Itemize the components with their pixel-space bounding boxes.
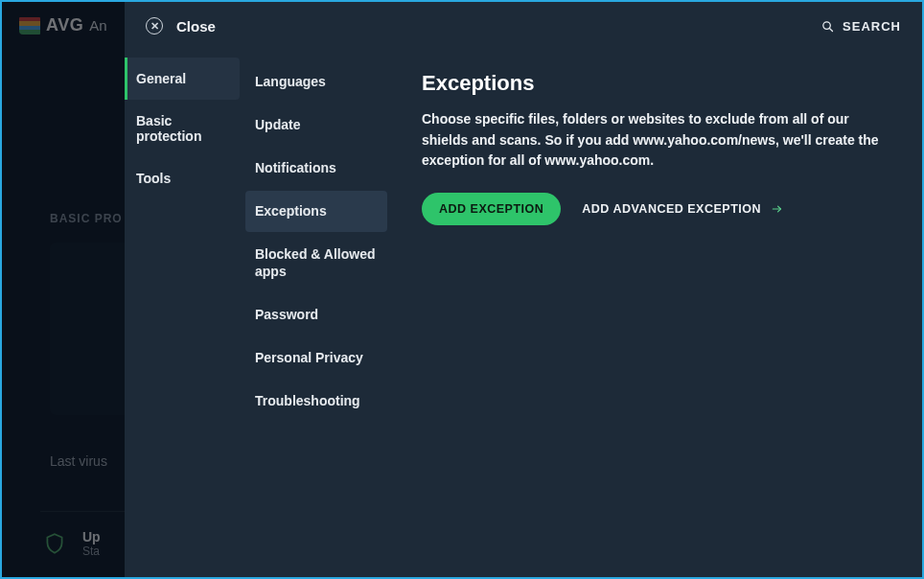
content-title: Exceptions [422,71,893,96]
settings-content: Exceptions Choose specific files, folder… [393,50,922,577]
nav2-label: Languages [255,74,326,89]
search-label: SEARCH [843,19,901,34]
nav2-label: Password [255,307,318,322]
btn-label: ADD ADVANCED EXCEPTION [582,202,761,216]
nav2-item-notifications[interactable]: Notifications [245,148,387,189]
nav1-label: General [136,71,186,86]
nav2-label: Update [255,117,300,132]
nav2-item-languages[interactable]: Languages [245,61,387,103]
nav1-item-basic-protection[interactable]: Basic protection [125,100,240,157]
nav2-label: Blocked & Allowed apps [255,246,376,280]
settings-nav-secondary: Languages Update Notifications Exception… [240,50,393,577]
add-advanced-exception-button[interactable]: ADD ADVANCED EXCEPTION [582,202,784,216]
btn-label: ADD EXCEPTION [439,202,543,216]
nav1-item-tools[interactable]: Tools [125,157,240,199]
settings-modal: ✕ Close SEARCH General Basic protection … [125,2,922,577]
svg-point-1 [823,21,831,29]
close-button[interactable]: ✕ Close [146,17,216,35]
search-button[interactable]: SEARCH [820,19,901,34]
nav2-label: Troubleshooting [255,393,360,408]
nav2-item-exceptions[interactable]: Exceptions [245,191,387,232]
nav1-item-general[interactable]: General [125,58,240,100]
nav1-label: Basic protection [136,113,201,144]
nav2-item-password[interactable]: Password [245,294,387,336]
content-description: Choose specific files, folders or websit… [422,109,891,172]
nav2-item-troubleshooting[interactable]: Troubleshooting [245,381,387,422]
svg-line-2 [830,28,833,31]
nav2-label: Notifications [255,160,336,175]
search-icon [820,19,835,34]
close-icon: ✕ [146,17,163,35]
nav2-item-update[interactable]: Update [245,104,387,146]
nav2-label: Exceptions [255,203,327,219]
arrow-right-icon [771,202,784,216]
nav1-label: Tools [136,171,171,186]
add-exception-button[interactable]: ADD EXCEPTION [422,193,561,225]
close-label: Close [176,18,216,35]
nav2-item-blocked-allowed[interactable]: Blocked & Allowed apps [245,234,387,293]
nav2-item-personal-privacy[interactable]: Personal Privacy [245,337,387,379]
settings-nav-primary: General Basic protection Tools [125,50,240,577]
nav2-label: Personal Privacy [255,350,363,365]
